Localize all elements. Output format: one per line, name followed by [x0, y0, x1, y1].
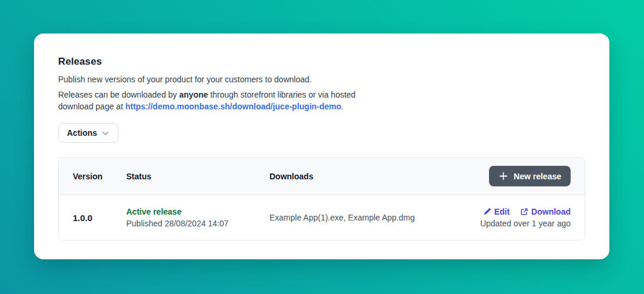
status-badge: Active release: [126, 207, 269, 216]
note-text: .: [341, 102, 343, 111]
release-status-cell: Active release Published 28/08/2024 14:0…: [126, 207, 269, 228]
download-link-label: Download: [531, 207, 571, 216]
edit-link-label: Edit: [494, 207, 510, 216]
page-description: Publish new versions of your product for…: [58, 75, 585, 84]
release-actions-cell: Edit Download Updated over 1 year ago: [480, 207, 571, 228]
pencil-icon: [483, 208, 491, 216]
releases-card: Releases Publish new versions of your pr…: [34, 34, 609, 259]
release-links: Edit Download: [483, 207, 571, 216]
external-link-icon: [520, 208, 528, 216]
releases-table: Version Status Downloads New release 1.0…: [58, 157, 585, 240]
new-release-button-label: New release: [514, 172, 561, 181]
column-header-status: Status: [126, 172, 269, 181]
download-link[interactable]: Download: [520, 207, 571, 216]
note-text: download page at: [58, 102, 125, 111]
new-release-button[interactable]: New release: [489, 166, 571, 186]
page-note: Releases can be downloaded by anyone thr…: [58, 89, 387, 112]
edit-link[interactable]: Edit: [483, 207, 510, 216]
published-date: Published 28/08/2024 14:07: [126, 219, 269, 228]
note-text: Releases can be downloaded by: [58, 90, 179, 99]
actions-button[interactable]: Actions: [58, 123, 119, 143]
table-header-row: Version Status Downloads New release: [59, 158, 585, 195]
chevron-down-icon: [101, 129, 110, 138]
actions-button-label: Actions: [67, 128, 97, 138]
page-title: Releases: [58, 56, 585, 68]
note-text: through storefront libraries or via host…: [208, 90, 355, 99]
download-page-link[interactable]: https://demo.moonbase.sh/download/juce-p…: [125, 102, 341, 111]
plus-icon: [498, 171, 508, 181]
column-header-version: Version: [73, 172, 126, 181]
release-version: 1.0.0: [73, 213, 126, 223]
table-row: 1.0.0 Active release Published 28/08/202…: [59, 195, 585, 240]
updated-timestamp: Updated over 1 year ago: [480, 219, 571, 228]
column-header-downloads: Downloads: [269, 172, 489, 181]
note-bold-anyone: anyone: [179, 90, 208, 99]
release-downloads: Example App(1).exe, Example App.dmg: [269, 213, 480, 222]
